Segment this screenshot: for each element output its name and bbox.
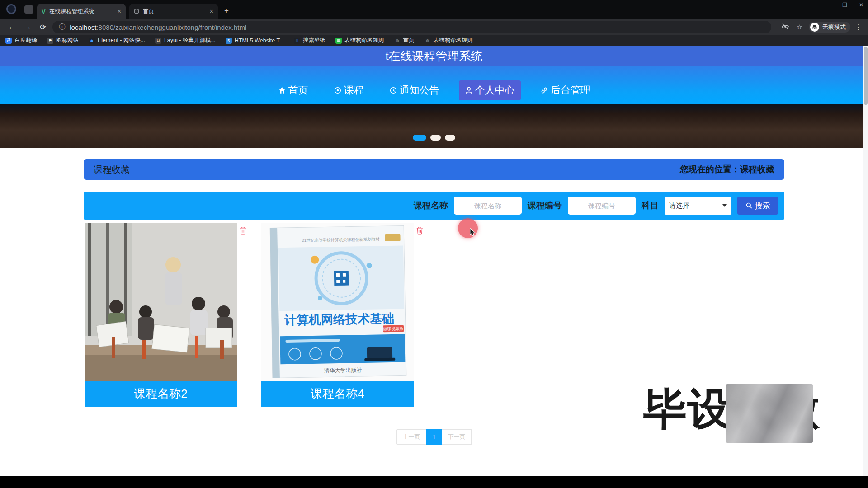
bookmark-table-naming-2[interactable]: ◍ 表结构命名规则 xyxy=(425,37,473,44)
bookmark-baidu-translate[interactable]: 译 百度翻译 xyxy=(5,37,37,44)
nav-item-courses[interactable]: 课程 xyxy=(328,80,370,100)
tab-home[interactable]: 首页 × xyxy=(129,4,218,19)
workspace-icon[interactable] xyxy=(24,5,33,14)
divider xyxy=(20,5,20,14)
bookmark-icon-site[interactable]: ⚑ 图标网站 xyxy=(47,37,79,44)
minimize-button[interactable]: ─ xyxy=(827,2,831,8)
url-host: localhost xyxy=(70,23,96,31)
bookmark-label: 表结构命名规则 xyxy=(344,37,384,44)
bookmark-icon: Li xyxy=(155,38,161,44)
mouse-cursor-icon xyxy=(469,228,477,239)
tab-close-icon[interactable]: × xyxy=(210,8,213,15)
course-card-title[interactable]: 课程名称2 xyxy=(85,381,237,407)
forward-button[interactable]: → xyxy=(24,23,32,32)
bookmark-layui[interactable]: Li Layui - 经典开源模... xyxy=(155,37,216,44)
scrollbar-thumb[interactable] xyxy=(864,47,868,105)
course-code-input[interactable] xyxy=(568,197,636,215)
course-name-label: 课程名称 xyxy=(414,200,448,211)
delete-favorite-icon[interactable] xyxy=(239,226,247,235)
notice-clock-icon xyxy=(389,86,397,94)
screen: V 在线课程管理系统 × 首页 × + ─ ❐ ✕ ← → ⟳ ⓘ localh… xyxy=(0,0,868,488)
subject-label: 科目 xyxy=(642,200,659,211)
section-header-bar: 课程收藏 您现在的位置：课程收藏 xyxy=(84,159,784,180)
search-button[interactable]: 搜索 xyxy=(737,197,778,215)
link-icon xyxy=(540,86,548,94)
carousel-dots xyxy=(413,135,455,141)
incognito-icon xyxy=(810,23,819,32)
subject-select-value: 请选择 xyxy=(669,202,689,210)
bookmark-label: Element - 网站快... xyxy=(98,37,145,44)
carousel-dot-2[interactable] xyxy=(430,135,441,141)
pagination-next[interactable]: 下一页 xyxy=(442,429,472,445)
course-image-classroom xyxy=(85,223,237,381)
url-path: :8080/zaixiankechengguanlixitong/front/i… xyxy=(96,23,246,31)
delete-favorite-icon[interactable] xyxy=(416,226,424,235)
nav-item-admin[interactable]: 后台管理 xyxy=(534,80,596,100)
back-button[interactable]: ← xyxy=(8,23,16,32)
bookmark-wallpaper[interactable]: ||| 搜索壁纸 xyxy=(294,37,326,44)
home-icon xyxy=(278,86,286,94)
subject-select[interactable]: 请选择 xyxy=(665,197,731,215)
book-publisher: 清华大学出版社 xyxy=(324,367,362,374)
vue-favicon-icon: V xyxy=(42,8,46,15)
window-controls: ─ ❐ ✕ xyxy=(827,2,863,8)
bookmark-label: 首页 xyxy=(403,37,415,44)
close-window-button[interactable]: ✕ xyxy=(859,2,863,8)
reload-button[interactable]: ⟳ xyxy=(40,23,46,32)
eye-off-icon[interactable] xyxy=(781,23,789,32)
course-card[interactable]: 课程名称2 xyxy=(85,223,237,407)
chevron-down-icon xyxy=(722,204,727,207)
course-card-title[interactable]: 课程名称4 xyxy=(261,381,414,407)
address-bar[interactable]: ⓘ localhost :8080/zaixiankechengguanlixi… xyxy=(52,21,771,33)
site-title: t在线课程管理系统 xyxy=(385,48,482,64)
search-bar: 课程名称 课程编号 科目 请选择 搜索 xyxy=(84,192,784,220)
browser-logo-icon[interactable] xyxy=(6,4,16,14)
bookmark-icon: 5 xyxy=(226,38,232,44)
pagination-page-1[interactable]: 1 xyxy=(426,429,442,445)
course-card[interactable]: 21世纪高等学校计算机类课程创新规划教材 xyxy=(261,223,414,407)
menu-dots-icon[interactable]: ⋮ xyxy=(855,23,862,31)
tab-title: 首页 xyxy=(143,8,206,15)
page-info-icon[interactable]: ⓘ xyxy=(59,23,65,31)
tab-course-system[interactable]: V 在线课程管理系统 × xyxy=(37,4,126,19)
bookmark-homepage[interactable]: ◍ 首页 xyxy=(394,37,415,44)
incognito-badge: 无痕模式 xyxy=(809,22,850,33)
bookmark-icon: 译 xyxy=(5,38,12,44)
bookmark-label: 图标网站 xyxy=(56,37,79,44)
nav-item-home[interactable]: 首页 xyxy=(272,80,314,100)
nav-item-notices[interactable]: 通知公告 xyxy=(383,80,445,100)
bookmark-icon: ▦ xyxy=(335,38,342,44)
carousel-dot-3[interactable] xyxy=(445,135,455,141)
search-icon xyxy=(745,202,753,209)
globe-icon: ◍ xyxy=(394,38,401,44)
pagination-prev[interactable]: 上一页 xyxy=(396,429,426,445)
course-icon xyxy=(334,86,342,94)
course-code-label: 课程编号 xyxy=(528,200,562,211)
bookmark-icon: ◆ xyxy=(89,38,95,44)
bookmarks-bar: 译 百度翻译 ⚑ 图标网站 ◆ Element - 网站快... Li Layu… xyxy=(0,35,868,46)
watermark-blur-overlay xyxy=(726,384,813,443)
book-title: 计算机网络技术基础 xyxy=(284,312,394,327)
user-icon xyxy=(465,86,473,94)
bookmark-label: 百度翻译 xyxy=(14,37,37,44)
scrollbar[interactable] xyxy=(863,46,868,476)
nav-label: 后台管理 xyxy=(551,84,590,97)
search-button-label: 搜索 xyxy=(755,201,770,211)
bookmark-star-icon[interactable]: ☆ xyxy=(797,23,802,31)
maximize-button[interactable]: ❐ xyxy=(842,2,847,8)
new-tab-button[interactable]: + xyxy=(224,6,229,15)
nav-label: 首页 xyxy=(288,84,308,97)
browser-tab-strip: V 在线课程管理系统 × 首页 × + ─ ❐ ✕ xyxy=(0,0,868,19)
book-tag: 微课视频版 xyxy=(383,326,403,331)
course-name-input[interactable] xyxy=(454,197,522,215)
bookmark-table-naming[interactable]: ▦ 表结构命名规则 xyxy=(335,37,384,44)
bookmark-html5[interactable]: 5 HTML5 Website T... xyxy=(226,38,284,44)
bookmark-label: 搜索壁纸 xyxy=(303,37,326,44)
browser-toolbar: ← → ⟳ ⓘ localhost :8080/zaixiankechenggu… xyxy=(0,19,868,35)
carousel-dot-1[interactable] xyxy=(413,135,426,141)
bookmark-label: Layui - 经典开源模... xyxy=(164,37,216,44)
tab-close-icon[interactable]: × xyxy=(118,8,121,15)
section-title: 课程收藏 xyxy=(94,164,130,176)
nav-item-personal-center[interactable]: 个人中心 xyxy=(459,80,521,100)
bookmark-element[interactable]: ◆ Element - 网站快... xyxy=(89,37,145,44)
